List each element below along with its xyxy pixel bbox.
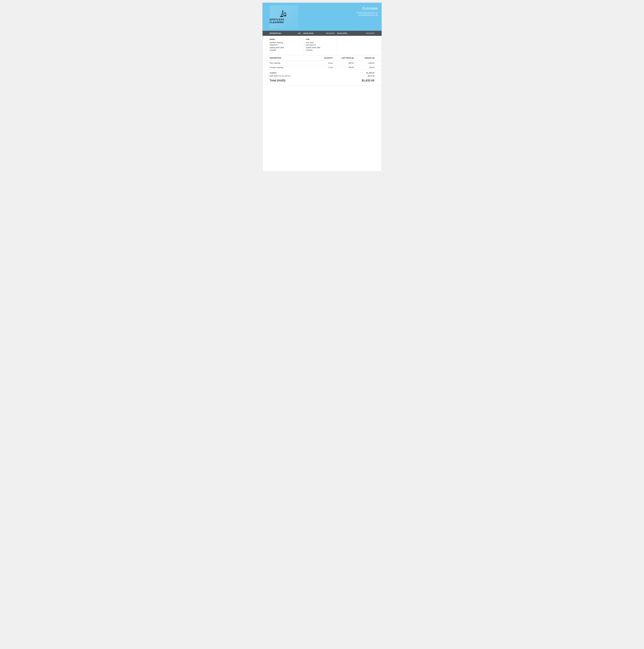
from-country: Australia (270, 49, 301, 51)
item-amount: 1,080.00 (354, 62, 374, 64)
item-description: Floor cleaning (270, 62, 315, 64)
for-heading: FOR (306, 38, 334, 41)
contact-info: email@spotlesscleaning.co.au www.spotles… (357, 12, 378, 16)
grand-total-value: $1,632.00 (362, 79, 374, 82)
estimate-no-label: ESTIMATE NO. (270, 32, 281, 34)
parties-section: FROM Spotless cleaning 5 Martin Pl Sydne… (263, 36, 382, 55)
company-name: SPOTLESS CLEANING (270, 18, 298, 24)
tax-detail: from $1,360.00 (278, 75, 290, 77)
tax-label-group: GST 20% from $1,360.00 (270, 75, 290, 77)
from-city: Sydney NSW 2000 (270, 46, 301, 49)
issue-date-label: ISSUE DATE (304, 32, 313, 34)
item-description: Furniture cleaning (270, 67, 315, 69)
valid-until-value: 22/10/2023 (366, 32, 374, 34)
issue-date-value: 08/10/2023 (326, 32, 334, 34)
svg-rect-0 (280, 16, 283, 17)
col-unit-price-header: UNIT PRICE ($) (333, 57, 354, 59)
for-city: Sydnes NSW 2009 (306, 46, 334, 49)
item-unit-price: 280.00 (333, 67, 354, 69)
items-header: DESCRIPTION QUANTITY UNIT PRICE ($) AMOU… (263, 55, 382, 61)
vacuum-icon (280, 10, 288, 17)
header-banner: SPOTLESS CLEANING Estimate email@spotles… (263, 3, 382, 31)
from-street: 5 Martin Pl (270, 44, 301, 46)
for-street: 100 Harris St (306, 44, 334, 46)
blank-block (337, 36, 382, 55)
issue-date: ISSUE DATE 08/10/2023 (304, 32, 337, 34)
meta-bar: ESTIMATE NO. 005 ISSUE DATE 08/10/2023 V… (263, 31, 382, 36)
document-title: Estimate (363, 6, 378, 10)
svg-point-4 (284, 15, 285, 16)
item-amount: 280.00 (354, 67, 374, 69)
item-row: Floor cleaning3 hour360.001,080.00 (263, 61, 382, 65)
item-quantity: 3 hour (315, 62, 333, 64)
for-country: Australia (306, 49, 334, 51)
from-block: FROM Spotless cleaning 5 Martin Pl Sydne… (263, 36, 304, 55)
svg-point-5 (285, 15, 286, 16)
tax-line: GST 20% from $1,360.00 $272.00 (270, 75, 374, 77)
col-description-header: DESCRIPTION (270, 57, 315, 59)
grand-total-label: Total (AUD): (270, 79, 286, 82)
company-logo: SPOTLESS CLEANING (270, 5, 298, 29)
valid-until-label: VALID UNTIL (337, 32, 348, 34)
grand-total-line: Total (AUD): $1,632.00 (270, 79, 374, 82)
valid-until: VALID UNTIL 22/10/2023 (337, 32, 374, 34)
from-heading: FROM (270, 38, 301, 41)
from-name: Spotless cleaning (270, 41, 301, 44)
estimate-number: ESTIMATE NO. 005 (270, 32, 304, 34)
tax-value: $272.00 (368, 75, 374, 77)
item-unit-price: 360.00 (333, 62, 354, 64)
tax-label: GST 20% (270, 75, 277, 77)
for-name: Your client (306, 41, 334, 44)
estimate-document: SPOTLESS CLEANING Estimate email@spotles… (262, 3, 382, 171)
item-row: Furniture cleaning1 hour280.00280.00 (263, 65, 382, 70)
subtotal-line: Subtotal: $1,360.00 (270, 72, 374, 74)
company-email: email@spotlesscleaning.co.au (357, 12, 378, 14)
estimate-no-value: 005 (298, 32, 301, 34)
items-body: Floor cleaning3 hour360.001,080.00Furnit… (263, 61, 382, 70)
item-quantity: 1 hour (315, 67, 333, 69)
subtotal-label: Subtotal: (270, 72, 277, 74)
for-block: FOR Your client 100 Harris St Sydnes NSW… (304, 36, 337, 55)
subtotal-value: $1,360.00 (366, 72, 374, 74)
company-website: www.spotlesscleaning.co.au (357, 14, 378, 16)
col-amount-header: AMOUNT ($) (354, 57, 374, 59)
col-quantity-header: QUANTITY (315, 57, 333, 59)
svg-rect-3 (284, 12, 285, 13)
totals-section: Subtotal: $1,360.00 GST 20% from $1,360.… (263, 70, 382, 85)
